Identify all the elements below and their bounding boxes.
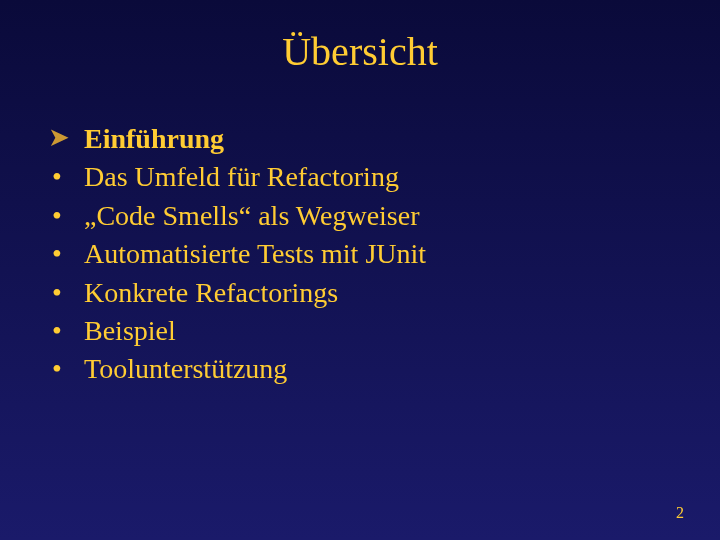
content-area: ➤ Einführung • Das Umfeld für Refactorin… — [0, 75, 720, 388]
item-text: Automatisierte Tests mit JUnit — [84, 236, 426, 272]
item-text: Einführung — [84, 121, 224, 157]
list-item: • Toolunterstützung — [48, 351, 720, 387]
arrow-bullet-icon: ➤ — [48, 121, 84, 155]
list-item: • Automatisierte Tests mit JUnit — [48, 236, 720, 272]
dot-bullet-icon: • — [48, 313, 84, 349]
item-text: Beispiel — [84, 313, 176, 349]
list-item: • Beispiel — [48, 313, 720, 349]
item-text: Toolunterstützung — [84, 351, 287, 387]
item-text: „Code Smells“ als Wegweiser — [84, 198, 419, 234]
slide-title: Übersicht — [0, 0, 720, 75]
item-text: Das Umfeld für Refactoring — [84, 159, 399, 195]
list-item: • Konkrete Refactorings — [48, 275, 720, 311]
list-item: ➤ Einführung — [48, 121, 720, 157]
dot-bullet-icon: • — [48, 159, 84, 195]
list-item: • Das Umfeld für Refactoring — [48, 159, 720, 195]
item-text: Konkrete Refactorings — [84, 275, 338, 311]
list-item: • „Code Smells“ als Wegweiser — [48, 198, 720, 234]
dot-bullet-icon: • — [48, 351, 84, 387]
dot-bullet-icon: • — [48, 198, 84, 234]
dot-bullet-icon: • — [48, 275, 84, 311]
page-number: 2 — [676, 504, 684, 522]
dot-bullet-icon: • — [48, 236, 84, 272]
